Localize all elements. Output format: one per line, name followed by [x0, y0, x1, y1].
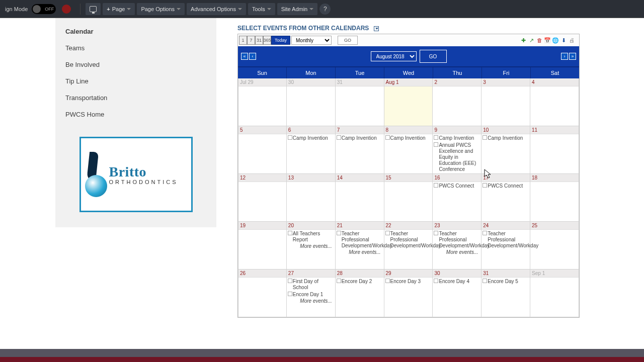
range-button[interactable]: 1	[239, 36, 247, 45]
calendar-cell[interactable]: 13	[287, 174, 336, 222]
sidebar-item[interactable]: Be Involved	[65, 56, 206, 73]
calendar-cell[interactable]: 3	[481, 78, 530, 126]
event[interactable]: First Day of School	[288, 278, 334, 291]
next-month-button[interactable]: ›	[561, 53, 568, 60]
calendar-grid: Jul 293031Aug 123456Camp Invention7Camp …	[238, 78, 579, 317]
day-number: 10	[481, 126, 530, 134]
calendar-cell[interactable]: 9Camp InventionAnnual PWCS Excellence an…	[433, 126, 481, 174]
period-select[interactable]: Monthly	[291, 36, 332, 45]
more-events-link[interactable]: More events...	[288, 298, 334, 304]
day-number: Jul 29	[238, 78, 286, 86]
section-title[interactable]: SELECT EVENTS FROM OTHER CALENDARS	[237, 25, 644, 32]
more-events-link[interactable]: More events...	[288, 243, 334, 249]
calendar-cell[interactable]: 31Encore Day 5	[481, 269, 530, 317]
calendar-cell[interactable]: 16PWCS Connect	[433, 174, 481, 222]
range-button[interactable]: 7	[247, 36, 255, 45]
event[interactable]: PWCS Connect	[482, 183, 529, 190]
calendar-cell[interactable]: 22Teacher Professional Development/Workd…	[384, 222, 433, 269]
go-button[interactable]: GO	[338, 36, 358, 45]
calendar-cell[interactable]: 7Camp Invention	[336, 126, 384, 174]
calendar-cell[interactable]: 19	[238, 222, 287, 269]
help-button[interactable]: ?	[319, 4, 331, 15]
tools-menu[interactable]: Tools	[248, 3, 275, 15]
design-mode-toggle[interactable]: OFF	[32, 4, 56, 14]
add-event-icon[interactable]: ✚	[520, 37, 527, 44]
calendar-cell[interactable]: Jul 29	[238, 78, 287, 126]
share-icon[interactable]: ↗	[528, 37, 535, 44]
calendar-cell[interactable]: 17PWCS Connect	[481, 174, 530, 222]
event[interactable]: All Teachers Report	[288, 230, 334, 243]
page-menu[interactable]: +Page	[103, 3, 135, 15]
more-events-link[interactable]: More events...	[434, 249, 480, 255]
calendar-cell[interactable]: Sep 1	[530, 269, 579, 317]
event[interactable]: Teacher Professional Development/Workday	[385, 230, 432, 249]
sidebar-item[interactable]: Transportation	[65, 89, 206, 106]
calendar-cell[interactable]: 10Camp Invention	[481, 126, 530, 174]
globe-icon[interactable]: 🌐	[552, 37, 559, 44]
event[interactable]: Annual PWCS Excellence and Equity in Edu…	[434, 142, 480, 173]
range-button[interactable]: 365	[263, 36, 271, 45]
calendar-cell[interactable]: 23Teacher Professional Development/Workd…	[433, 222, 481, 269]
calendar-icon[interactable]: 📅	[544, 37, 551, 44]
calendar-cell[interactable]: 30Encore Day 4	[433, 269, 481, 317]
ad-box[interactable]: Britto ORTHODONTICS	[65, 137, 206, 212]
page-options-menu[interactable]: Page Options	[137, 3, 185, 15]
site-admin-menu[interactable]: Site Admin	[277, 3, 318, 15]
event[interactable]: PWCS Connect	[434, 183, 480, 190]
calendar-cell[interactable]: 26	[238, 269, 287, 317]
event[interactable]: Camp Invention	[482, 135, 529, 142]
calendar-cell[interactable]: 12	[238, 174, 287, 222]
event[interactable]: Camp Invention	[434, 135, 480, 142]
sidebar-item[interactable]: Teams	[65, 40, 206, 56]
calendar-cell[interactable]: 18	[530, 174, 579, 222]
calendar-cell[interactable]: 28Encore Day 2	[336, 269, 384, 317]
download-icon[interactable]: ⬇	[560, 37, 567, 44]
sidebar-item[interactable]: PWCS Home	[65, 106, 206, 123]
event[interactable]: Encore Day 2	[337, 278, 383, 285]
ad-name: Britto	[109, 164, 178, 180]
event[interactable]: Encore Day 5	[482, 278, 529, 285]
calendar-cell[interactable]: 21Teacher Professional Development/Workd…	[336, 222, 384, 269]
event[interactable]: Teacher Professional Development/Workday	[482, 230, 529, 249]
range-button[interactable]: 31	[255, 36, 263, 45]
calendar-cell[interactable]: 29Encore Day 3	[384, 269, 433, 317]
preview-button[interactable]	[86, 3, 101, 15]
event[interactable]: Teacher Professional Development/Workday	[434, 230, 480, 249]
day-number: 16	[433, 174, 481, 182]
sidebar-item[interactable]: Tip Line	[65, 73, 206, 89]
calendar-cell[interactable]: 27First Day of SchoolEncore Day 1More ev…	[287, 269, 336, 317]
event[interactable]: Camp Invention	[288, 135, 334, 142]
prev-year-button[interactable]: «	[241, 53, 248, 60]
calendar-cell[interactable]: 20All Teachers ReportMore events...	[287, 222, 336, 269]
calendar-cell[interactable]: 8Camp Invention	[384, 126, 433, 174]
calendar-cell[interactable]: Aug 1	[384, 78, 433, 126]
calendar-cell[interactable]: 14	[336, 174, 384, 222]
calendar-cell[interactable]: 15	[384, 174, 433, 222]
event[interactable]: Encore Day 4	[434, 278, 480, 285]
month-select[interactable]: August 2018	[371, 51, 417, 61]
calendar-cell[interactable]: 2	[433, 78, 481, 126]
calendar-cell[interactable]: 4	[530, 78, 579, 126]
delete-icon[interactable]: 🗑	[536, 37, 543, 44]
calendar-cell[interactable]: 6Camp Invention	[287, 126, 336, 174]
record-icon[interactable]	[62, 5, 71, 14]
event[interactable]: Teacher Professional Development/Workday	[337, 230, 383, 249]
more-events-link[interactable]: More events...	[337, 249, 383, 255]
event[interactable]: Camp Invention	[337, 135, 383, 142]
next-year-button[interactable]: »	[569, 53, 576, 60]
calendar-cell[interactable]: 30	[287, 78, 336, 126]
prev-month-button[interactable]: ‹	[249, 53, 256, 60]
print-icon[interactable]: 🖨	[568, 37, 575, 44]
event[interactable]: Camp Invention	[385, 135, 432, 142]
calendar-cell[interactable]: 24Teacher Professional Development/Workd…	[481, 222, 530, 269]
calendar-cell[interactable]: 31	[336, 78, 384, 126]
sidebar-item[interactable]: Calendar	[65, 23, 206, 40]
today-button[interactable]: Today	[271, 36, 290, 45]
advanced-options-menu[interactable]: Advanced Options	[187, 3, 246, 15]
event[interactable]: Encore Day 3	[385, 278, 432, 285]
calendar-cell[interactable]: 5	[238, 126, 287, 174]
header-go-button[interactable]: GO	[420, 50, 447, 63]
calendar-cell[interactable]: 11	[530, 126, 579, 174]
event[interactable]: Encore Day 1	[288, 291, 334, 298]
dow-label: Sun	[238, 67, 287, 78]
